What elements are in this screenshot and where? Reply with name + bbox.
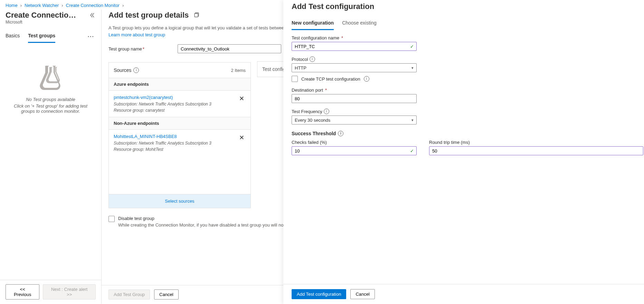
info-icon[interactable]: i	[133, 67, 139, 73]
azure-endpoints-header: Azure endpoints	[109, 78, 250, 90]
endpoint-item: MohittestLA_MININT-HB4SBE8 Subscription:…	[109, 129, 250, 156]
left-panel: Create Connection... Microsoft Basics Te…	[0, 9, 102, 304]
page-title: Create Connection...	[6, 11, 78, 20]
info-icon[interactable]: i	[364, 76, 369, 82]
flask-icon	[34, 64, 68, 91]
chevron-right-icon: ›	[122, 3, 124, 8]
port-input[interactable]	[292, 94, 417, 103]
config-name-input[interactable]	[292, 42, 417, 51]
chevron-right-icon: ›	[61, 3, 63, 8]
drawer-cancel-button[interactable]: Cancel	[350, 289, 375, 299]
collapse-button[interactable]	[89, 12, 96, 19]
crumb-network-watcher[interactable]: Network Watcher	[25, 3, 59, 8]
crumb-create-connection-monitor[interactable]: Create Connection Monitor	[66, 3, 120, 8]
add-test-configuration-button[interactable]: Add Test configuration	[292, 289, 346, 299]
previous-button[interactable]: << Previous	[6, 284, 39, 300]
subtitle: Microsoft	[6, 20, 96, 25]
info-icon[interactable]: i	[310, 56, 315, 62]
info-icon[interactable]: i	[324, 109, 329, 114]
add-test-group-button[interactable]: Add Test Group	[108, 289, 150, 300]
drawer-tabs: New configuration Choose existing	[292, 17, 636, 30]
endpoint-link[interactable]: pmtestchunk-vm2(canarytest)	[114, 95, 173, 100]
endpoint-item: pmtestchunk-vm2(canarytest) Subscription…	[109, 90, 250, 117]
frequency-value: Every 30 seconds	[295, 118, 330, 123]
sources-title: Sources	[114, 67, 131, 73]
create-tcp-checkbox[interactable]	[292, 76, 298, 82]
protocol-select[interactable]: HTTP ▾	[292, 63, 417, 72]
chevron-down-icon: ▾	[411, 66, 414, 70]
tab-test-groups[interactable]: Test groups	[28, 30, 55, 43]
port-label: Destination port*	[292, 87, 636, 93]
overflow-button[interactable]: ···	[88, 34, 96, 40]
frequency-select[interactable]: Every 30 seconds ▾	[292, 116, 417, 125]
sources-count: 2 Items	[231, 68, 246, 73]
checks-failed-input[interactable]	[292, 146, 417, 155]
left-tabs: Basics Test groups ···	[0, 27, 101, 43]
middle-title: Add test group details	[108, 11, 189, 20]
chevron-double-left-icon	[90, 13, 95, 18]
rtt-input[interactable]	[429, 146, 643, 155]
drawer-footer: Add Test configuration Cancel	[283, 284, 644, 304]
empty-title: No Test groups available	[26, 97, 75, 102]
cancel-button[interactable]: Cancel	[154, 289, 178, 300]
left-footer: << Previous Next : Create alert >>	[0, 280, 101, 304]
next-button[interactable]: Next : Create alert >>	[43, 284, 96, 300]
config-name-label: Test configuration name*	[292, 35, 636, 40]
learn-more-link[interactable]: Learn more about test group	[108, 32, 165, 37]
protocol-label: Protocol i	[292, 56, 636, 62]
frequency-label: Test Frequency i	[292, 109, 636, 114]
group-name-input[interactable]	[178, 44, 281, 53]
chevron-down-icon: ▾	[411, 118, 414, 122]
info-icon[interactable]: i	[338, 131, 343, 136]
add-test-config-drawer: Add Test configuration New configuration…	[283, 0, 644, 304]
sources-box: Sources i 2 Items Azure endpoints pmtest…	[108, 62, 251, 208]
drawer-title: Add Test configuration	[292, 0, 636, 17]
tab-basics[interactable]: Basics	[6, 30, 20, 43]
success-threshold-title: Success Threshold i	[292, 131, 636, 136]
tab-choose-existing[interactable]: Choose existing	[342, 17, 377, 30]
checks-failed-label: Checks failed (%)	[292, 140, 417, 145]
select-sources-button[interactable]: Select sources	[109, 194, 250, 208]
protocol-value: HTTP	[295, 65, 306, 71]
pin-icon[interactable]	[194, 12, 200, 19]
endpoint-link[interactable]: MohittestLA_MININT-HB4SBE8	[114, 134, 177, 139]
rtt-label: Round trip time (ms)	[429, 140, 643, 145]
empty-state: No Test groups available Click on '+ Tes…	[0, 43, 101, 304]
chevron-right-icon: ›	[20, 3, 22, 8]
remove-endpoint-button[interactable]: ✕	[238, 133, 246, 142]
create-tcp-label: Create TCP test configuration	[301, 76, 360, 82]
disable-test-group-checkbox[interactable]	[108, 216, 115, 222]
svg-rect-1	[195, 13, 198, 17]
group-name-label: Test group name*	[108, 46, 178, 52]
remove-endpoint-button[interactable]: ✕	[238, 94, 246, 103]
tab-new-configuration[interactable]: New configuration	[292, 17, 334, 30]
crumb-home[interactable]: Home	[6, 3, 18, 8]
empty-desc: Click on '+ Test group' for adding test …	[8, 103, 93, 114]
non-azure-endpoints-header: Non-Azure endpoints	[109, 117, 250, 129]
